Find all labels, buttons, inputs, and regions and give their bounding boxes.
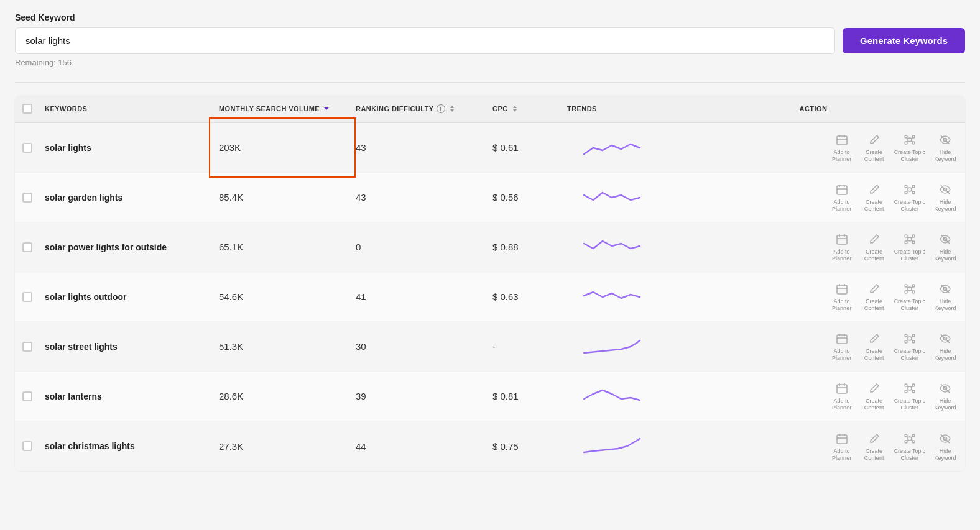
- svg-line-77: [912, 340, 913, 341]
- action-cell: Add toPlanner CreateContent Create Topic…: [662, 132, 965, 163]
- row-check: [15, 143, 40, 153]
- create-content-button[interactable]: CreateContent: [862, 331, 887, 362]
- th-action: ACTION: [662, 105, 965, 112]
- hide-keyword-button[interactable]: HideKeyword: [933, 431, 958, 462]
- volume-cell: 203K: [214, 142, 351, 153]
- action-cell: Add toPlanner CreateContent Create Topic…: [662, 281, 965, 312]
- create-content-button[interactable]: CreateContent: [862, 182, 887, 212]
- add-to-planner-button[interactable]: Add toPlanner: [830, 331, 854, 362]
- cpc-cell: $ 0.61: [488, 142, 562, 153]
- create-topic-cluster-button[interactable]: Create TopicCluster: [894, 431, 925, 462]
- svg-line-107: [912, 440, 913, 441]
- svg-line-91: [907, 390, 908, 391]
- trends-cell: [562, 186, 662, 209]
- create-content-button[interactable]: CreateContent: [862, 132, 887, 163]
- create-topic-cluster-button[interactable]: Create TopicCluster: [894, 132, 925, 163]
- cluster-icon: [902, 431, 917, 446]
- svg-line-76: [907, 340, 908, 341]
- hide-keyword-button[interactable]: HideKeyword: [933, 232, 958, 262]
- seed-label: Seed Keyword: [15, 12, 965, 22]
- row-check: [15, 193, 40, 203]
- row-checkbox[interactable]: [22, 193, 32, 203]
- create-topic-cluster-button[interactable]: Create TopicCluster: [894, 281, 925, 312]
- cpc-cell: -: [488, 341, 562, 352]
- svg-rect-80: [837, 385, 847, 393]
- difficulty-cell: 43: [351, 192, 488, 203]
- table-row: solar street lights 51.3K 30 - Add toPla…: [15, 322, 965, 372]
- svg-point-54: [908, 287, 912, 291]
- action-cell: Add toPlanner CreateContent Create Topic…: [662, 232, 965, 262]
- add-to-planner-button[interactable]: Add toPlanner: [830, 232, 854, 262]
- generate-keywords-button[interactable]: Generate Keywords: [843, 28, 965, 53]
- calendar-icon: [834, 132, 849, 147]
- row-checkbox[interactable]: [22, 342, 32, 352]
- hide-keyword-button[interactable]: HideKeyword: [933, 331, 958, 362]
- create-topic-cluster-button[interactable]: Create TopicCluster: [894, 381, 925, 411]
- add-to-planner-button[interactable]: Add toPlanner: [830, 132, 854, 163]
- edit-icon: [867, 132, 882, 147]
- difficulty-info-icon[interactable]: i: [437, 104, 445, 113]
- difficulty-cell: 0: [351, 242, 488, 252]
- row-checkbox[interactable]: [22, 143, 32, 153]
- svg-line-89: [907, 386, 908, 388]
- trends-cell: [562, 137, 662, 159]
- th-volume[interactable]: MONTHLY SEARCH VOLUME: [214, 104, 351, 113]
- cpc-cell: $ 0.63: [488, 291, 562, 302]
- seed-section: Seed Keyword Generate Keywords Remaining…: [15, 12, 965, 67]
- seed-input[interactable]: [15, 27, 835, 54]
- hide-keyword-button[interactable]: HideKeyword: [933, 381, 958, 411]
- keyword-cell: solar power lights for outside: [40, 242, 214, 252]
- th-difficulty[interactable]: RANKING DIFFICULTY i: [351, 104, 488, 113]
- create-topic-cluster-button[interactable]: Create TopicCluster: [894, 232, 925, 262]
- create-content-button[interactable]: CreateContent: [862, 232, 887, 262]
- svg-line-61: [907, 290, 908, 291]
- cluster-icon: [902, 182, 917, 197]
- create-topic-cluster-button[interactable]: Create TopicCluster: [894, 182, 925, 212]
- add-to-planner-button[interactable]: Add toPlanner: [830, 281, 854, 312]
- row-checkbox[interactable]: [22, 242, 32, 252]
- cpc-cell: $ 0.56: [488, 192, 562, 203]
- create-content-button[interactable]: CreateContent: [862, 281, 887, 312]
- svg-line-31: [907, 191, 908, 192]
- keyword-cell: solar street lights: [40, 342, 214, 352]
- add-to-planner-button[interactable]: Add toPlanner: [830, 182, 854, 212]
- svg-line-15: [912, 138, 913, 139]
- add-to-planner-button[interactable]: Add toPlanner: [830, 381, 854, 411]
- row-checkbox[interactable]: [22, 441, 32, 451]
- th-cpc[interactable]: CPC: [488, 104, 562, 113]
- calendar-icon: [834, 182, 849, 197]
- difficulty-sort-icon: [448, 104, 456, 113]
- create-content-button[interactable]: CreateContent: [862, 431, 887, 462]
- th-keywords: KEYWORDS: [40, 105, 214, 112]
- add-to-planner-button[interactable]: Add toPlanner: [830, 431, 854, 462]
- create-content-button[interactable]: CreateContent: [862, 381, 887, 411]
- svg-point-24: [908, 188, 912, 191]
- keyword-cell: solar christmas lights: [40, 441, 214, 451]
- keyword-cell: solar garden lights: [40, 193, 214, 203]
- table-header: KEYWORDS MONTHLY SEARCH VOLUME RANKING D…: [15, 95, 965, 123]
- create-topic-cluster-button[interactable]: Create TopicCluster: [894, 331, 925, 362]
- seed-input-row: Generate Keywords: [15, 27, 965, 54]
- hide-keyword-button[interactable]: HideKeyword: [933, 132, 958, 163]
- table-row: solar garden lights 85.4K 43 $ 0.56 Add …: [15, 173, 965, 222]
- hide-keyword-button[interactable]: HideKeyword: [933, 182, 958, 212]
- table-row: solar christmas lights 27.3K 44 $ 0.75 A…: [15, 421, 965, 471]
- row-checkbox[interactable]: [22, 391, 32, 401]
- select-all-checkbox[interactable]: [22, 104, 32, 114]
- th-trends: TRENDS: [562, 105, 662, 112]
- svg-line-105: [912, 436, 913, 437]
- row-check: [15, 342, 40, 352]
- eye-off-icon: [938, 132, 953, 147]
- difficulty-cell: 43: [351, 142, 488, 153]
- action-cell: Add toPlanner CreateContent Create Topic…: [662, 431, 965, 462]
- action-cell: Add toPlanner CreateContent Create Topic…: [662, 331, 965, 362]
- svg-point-39: [908, 237, 912, 241]
- trends-cell: [562, 286, 662, 308]
- row-check: [15, 441, 40, 451]
- difficulty-cell: 41: [351, 291, 488, 302]
- row-checkbox[interactable]: [22, 292, 32, 302]
- svg-line-32: [912, 191, 913, 192]
- hide-keyword-button[interactable]: HideKeyword: [933, 281, 958, 312]
- keyword-cell: solar lights outdoor: [40, 292, 214, 302]
- difficulty-cell: 30: [351, 341, 488, 352]
